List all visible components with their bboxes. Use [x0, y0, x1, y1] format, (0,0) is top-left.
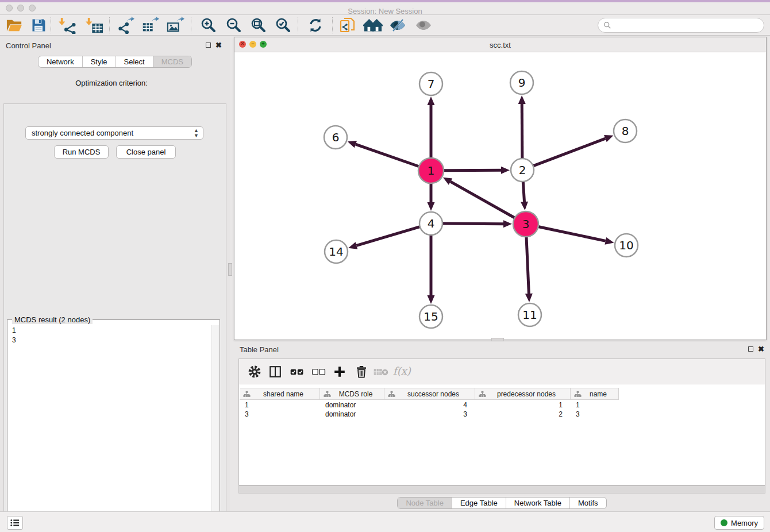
cell-successor-nodes[interactable]: 3 — [384, 410, 475, 419]
open-session-icon[interactable] — [5, 17, 24, 34]
delete-row-icon[interactable] — [353, 363, 370, 380]
app-title: Session: New Session — [0, 7, 770, 16]
tab-mcds[interactable]: MCDS — [153, 56, 191, 67]
result-line: 1 — [12, 326, 16, 336]
tab-motifs[interactable]: Motifs — [569, 498, 606, 508]
network-graph-canvas[interactable]: 7968124314101511 — [234, 52, 766, 340]
graph-edge-1-2[interactable] — [444, 170, 501, 171]
float-table-panel-icon[interactable] — [748, 346, 753, 352]
function-builder-icon[interactable]: f(x) — [393, 365, 411, 377]
edge-arrowhead — [428, 295, 435, 304]
edge-arrowhead — [525, 294, 533, 302]
refresh-layout-icon[interactable] — [306, 17, 325, 34]
add-row-icon[interactable] — [331, 363, 348, 380]
criterion-dropdown[interactable]: strongly connected component ▲▼ — [25, 126, 203, 140]
zoom-selected-icon[interactable] — [273, 17, 292, 34]
vertical-splitter-handle[interactable] — [228, 263, 232, 276]
edge-arrowhead — [503, 220, 512, 228]
export-image-icon[interactable] — [165, 17, 185, 34]
toolbar-separator — [191, 17, 191, 33]
hide-eye-icon[interactable] — [388, 17, 407, 34]
close-panel-icon[interactable]: ✖ — [215, 41, 222, 49]
cell-MCDS-role[interactable]: dominator — [320, 400, 384, 410]
save-session-icon[interactable] — [29, 17, 48, 34]
home-icon[interactable] — [363, 17, 383, 34]
tab-edge-table[interactable]: Edge Table — [452, 498, 506, 508]
cell-predecessor-nodes[interactable]: 1 — [475, 400, 571, 410]
cell-successor-nodes[interactable]: 4 — [384, 400, 475, 410]
search-input[interactable] — [611, 20, 764, 31]
clone-network-icon[interactable] — [338, 17, 357, 34]
column-header-successor-nodes[interactable]: successor nodes — [384, 388, 475, 400]
zoom-in-icon[interactable] — [198, 17, 218, 34]
search-field[interactable] — [598, 18, 764, 33]
table-settings-gear-icon[interactable] — [246, 363, 263, 380]
cell-shared-name[interactable]: 1 — [240, 400, 320, 410]
import-table-icon[interactable] — [85, 17, 105, 34]
close-panel-button[interactable]: Close panel — [116, 145, 176, 159]
cell-shared-name[interactable]: 3 — [240, 410, 320, 419]
toolbar-separator — [109, 17, 110, 33]
delete-table-icon[interactable] — [372, 363, 390, 380]
graph-node-label-10: 10 — [619, 238, 633, 252]
edge-arrowhead — [604, 135, 613, 142]
zoom-out-icon[interactable] — [224, 17, 243, 34]
close-table-panel-icon[interactable]: ✖ — [758, 345, 764, 353]
float-panel-icon[interactable] — [206, 43, 211, 48]
import-network-icon[interactable] — [58, 17, 78, 34]
edge-arrowhead — [348, 141, 357, 148]
graph-node-label-6: 6 — [332, 130, 340, 144]
table-row[interactable]: 3dominator323 — [240, 410, 619, 419]
cell-MCDS-role[interactable]: dominator — [320, 410, 384, 419]
result-line: 3 — [12, 336, 16, 345]
column-header-predecessor-nodes[interactable]: predecessor nodes — [475, 388, 571, 400]
cell-name[interactable]: 3 — [571, 410, 619, 419]
select-all-icon[interactable] — [288, 363, 306, 380]
show-columns-icon[interactable] — [267, 363, 284, 380]
graph-edge-4-3[interactable] — [442, 223, 503, 224]
node-table-rows: 1dominator4113dominator323 — [240, 400, 619, 419]
zoom-fit-icon[interactable] — [248, 17, 268, 34]
run-mcds-button[interactable]: Run MCDS — [54, 145, 109, 159]
memory-button[interactable]: Memory — [714, 516, 764, 530]
tab-node-table[interactable]: Node Table — [398, 498, 452, 508]
tree-icon — [574, 391, 582, 398]
main-toolbar — [0, 15, 770, 36]
tab-select[interactable]: Select — [116, 56, 153, 67]
graph-edge-3-11[interactable] — [526, 237, 529, 294]
graph-edge-3-1[interactable] — [451, 182, 515, 218]
graph-edge-2-9[interactable] — [522, 104, 522, 159]
column-header-name[interactable]: name — [571, 388, 619, 400]
column-header-MCDS-role[interactable]: MCDS role — [320, 388, 384, 400]
tree-icon — [388, 391, 395, 398]
table-scrollbar[interactable] — [238, 485, 765, 494]
graph-edge-1-6[interactable] — [356, 144, 419, 167]
show-eye-icon[interactable] — [414, 17, 433, 34]
export-table-icon[interactable] — [140, 17, 160, 34]
graph-node-label-14: 14 — [329, 245, 343, 259]
tab-network[interactable]: Network — [38, 56, 82, 67]
column-header-shared-name[interactable]: shared name — [240, 388, 320, 400]
graph-edge-4-14[interactable] — [356, 227, 419, 246]
task-history-button[interactable] — [7, 516, 23, 530]
tree-icon — [479, 391, 486, 398]
edge-arrowhead — [605, 237, 614, 245]
graph-node-label-1: 1 — [428, 164, 435, 178]
table-row[interactable]: 1dominator411 — [240, 400, 619, 410]
toolbar-separator — [51, 17, 51, 33]
node-table-header: shared nameMCDS rolesuccessor nodesprede… — [240, 388, 619, 400]
tab-network-table[interactable]: Network Table — [506, 498, 569, 508]
tab-style[interactable]: Style — [82, 56, 116, 67]
memory-status-icon — [721, 519, 727, 526]
graph-edge-3-10[interactable] — [538, 227, 606, 241]
unselect-all-icon[interactable] — [310, 363, 328, 380]
export-network-icon[interactable] — [116, 17, 135, 34]
edge-arrowhead — [521, 202, 528, 210]
graph-edge-2-3[interactable] — [523, 182, 524, 202]
graph-node-label-11: 11 — [522, 308, 537, 322]
result-scrollbar[interactable] — [211, 325, 219, 532]
toolbar-separator — [298, 17, 298, 33]
graph-edge-2-8[interactable] — [533, 138, 606, 166]
cell-name[interactable]: 1 — [571, 400, 619, 410]
cell-predecessor-nodes[interactable]: 2 — [475, 410, 571, 419]
